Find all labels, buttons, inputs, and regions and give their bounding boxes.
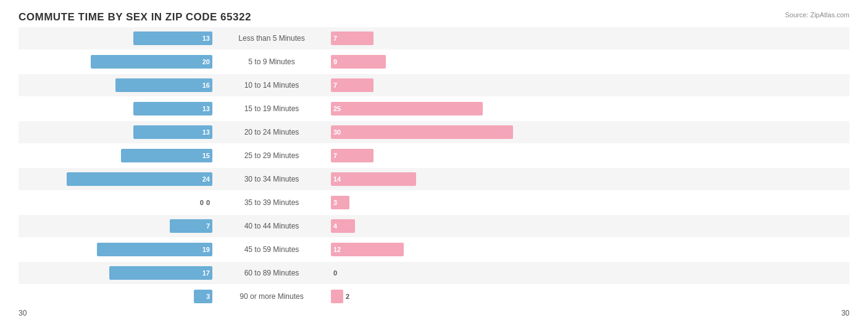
male-bar-wrap: 13 bbox=[19, 102, 212, 115]
female-bar-wrap: 25 bbox=[331, 102, 525, 115]
female-bar: 4 bbox=[331, 219, 355, 233]
row-label: 25 to 29 Minutes bbox=[216, 151, 327, 160]
right-section: 7 bbox=[327, 78, 525, 92]
female-bar-wrap: 9 bbox=[331, 55, 525, 69]
female-bar: 25 bbox=[331, 102, 483, 115]
male-bar-wrap: 13 bbox=[19, 31, 212, 45]
male-value-inside: 15 bbox=[202, 152, 210, 159]
right-section: 14 bbox=[327, 172, 525, 186]
male-bar-wrap: 16 bbox=[19, 78, 212, 92]
female-value-inside: 7 bbox=[333, 82, 337, 89]
male-value-inside: 7 bbox=[206, 222, 210, 230]
left-section: 13 bbox=[19, 31, 216, 45]
male-bar: 19 bbox=[97, 243, 212, 256]
table-row: 19 45 to 59 Minutes 12 bbox=[19, 238, 849, 261]
male-value-zero: 0 bbox=[206, 199, 210, 206]
source-label: Source: ZipAtlas.com bbox=[785, 11, 849, 19]
table-row: 7 40 to 44 Minutes 4 bbox=[19, 215, 849, 237]
left-section: 13 bbox=[19, 125, 216, 139]
male-value-inside: 13 bbox=[202, 35, 210, 42]
male-bar: 24 bbox=[67, 172, 212, 186]
female-bar: 7 bbox=[331, 78, 373, 92]
male-value-inside: 24 bbox=[202, 175, 210, 183]
male-value-inside: 3 bbox=[206, 293, 210, 300]
female-bar-wrap: 7 bbox=[331, 149, 525, 162]
female-value-inside: 12 bbox=[333, 246, 341, 253]
left-section: 3 bbox=[19, 290, 216, 303]
male-bar: 16 bbox=[115, 78, 212, 92]
male-bar-wrap: 13 bbox=[19, 125, 212, 139]
table-row: 13 15 to 19 Minutes 25 bbox=[19, 98, 849, 120]
male-bar-wrap: 24 bbox=[19, 172, 212, 186]
male-bar-wrap: 15 bbox=[19, 149, 212, 162]
left-section: 16 bbox=[19, 78, 216, 92]
right-section: 7 bbox=[327, 149, 525, 162]
table-row: 3 90 or more Minutes 2 bbox=[19, 285, 849, 308]
female-bar-wrap: 7 bbox=[331, 31, 525, 45]
row-label: 90 or more Minutes bbox=[216, 292, 327, 301]
axis-labels: 30 30 bbox=[19, 309, 849, 320]
table-row: 16 10 to 14 Minutes 7 bbox=[19, 74, 849, 96]
male-bar: 17 bbox=[109, 266, 212, 280]
female-value-inside: 7 bbox=[333, 35, 337, 42]
chart-container: COMMUTE TIME BY SEX IN ZIP CODE 65322 So… bbox=[0, 0, 868, 323]
row-label: 10 to 14 Minutes bbox=[216, 81, 327, 90]
table-row: 15 25 to 29 Minutes 7 bbox=[19, 145, 849, 167]
male-bar-wrap: 19 bbox=[19, 243, 212, 256]
female-value-inside: 3 bbox=[333, 199, 337, 206]
table-row: 20 5 to 9 Minutes 9 bbox=[19, 51, 849, 73]
row-label: 20 to 24 Minutes bbox=[216, 128, 327, 136]
row-label: Less than 5 Minutes bbox=[216, 34, 327, 43]
chart-title: COMMUTE TIME BY SEX IN ZIP CODE 65322 bbox=[19, 11, 849, 23]
female-value-inside: 4 bbox=[333, 222, 337, 230]
male-bar-wrap: 20 bbox=[19, 55, 212, 69]
female-value-inside: 9 bbox=[333, 58, 337, 65]
row-label: 35 to 39 Minutes bbox=[216, 198, 327, 207]
left-section: 24 bbox=[19, 172, 216, 186]
row-label: 45 to 59 Minutes bbox=[216, 245, 327, 254]
table-row: 24 30 to 34 Minutes 14 bbox=[19, 168, 849, 190]
female-bar-wrap: 30 bbox=[331, 125, 525, 139]
row-label: 5 to 9 Minutes bbox=[216, 57, 327, 66]
left-section: 20 bbox=[19, 55, 216, 69]
right-section: 12 bbox=[327, 243, 525, 256]
female-bar: 14 bbox=[331, 172, 416, 186]
left-section: 7 bbox=[19, 219, 216, 233]
female-value-outside: 2 bbox=[346, 293, 349, 300]
male-bar-wrap: 0 0 bbox=[19, 199, 212, 206]
female-bar bbox=[331, 290, 343, 303]
female-value-zero: 0 bbox=[333, 269, 337, 277]
row-label: 60 to 89 Minutes bbox=[216, 269, 327, 277]
axis-right: 30 bbox=[841, 309, 849, 317]
female-bar-wrap: 7 bbox=[331, 78, 525, 92]
row-label: 40 to 44 Minutes bbox=[216, 222, 327, 230]
male-bar-wrap: 3 bbox=[19, 290, 212, 303]
row-label: 15 to 19 Minutes bbox=[216, 104, 327, 113]
female-bar-wrap: 4 bbox=[331, 219, 525, 233]
female-bar: 7 bbox=[331, 31, 373, 45]
left-section: 19 bbox=[19, 243, 216, 256]
female-bar-wrap: 0 bbox=[331, 269, 525, 277]
male-value-inside: 13 bbox=[202, 128, 210, 136]
left-section: 15 bbox=[19, 149, 216, 162]
male-bar-wrap: 17 bbox=[19, 266, 212, 280]
male-bar: 13 bbox=[133, 31, 212, 45]
right-section: 7 bbox=[327, 31, 525, 45]
male-bar-wrap: 7 bbox=[19, 219, 212, 233]
male-bar: 13 bbox=[133, 125, 212, 139]
female-bar-wrap: 3 bbox=[331, 196, 525, 209]
female-value-inside: 30 bbox=[333, 128, 341, 136]
female-value-inside: 7 bbox=[333, 152, 337, 159]
male-value-inside: 16 bbox=[202, 82, 210, 89]
right-section: 3 bbox=[327, 196, 525, 209]
left-section: 17 bbox=[19, 266, 216, 280]
male-value-inside: 19 bbox=[202, 246, 210, 253]
right-section: 30 bbox=[327, 125, 525, 139]
right-section: 25 bbox=[327, 102, 525, 115]
male-bar: 15 bbox=[121, 149, 212, 162]
female-bar-wrap: 2 bbox=[331, 290, 525, 303]
male-value-inside: 13 bbox=[202, 105, 210, 112]
male-value-inside: 20 bbox=[202, 58, 210, 65]
table-row: 0 0 35 to 39 Minutes 3 bbox=[19, 191, 849, 214]
male-bar: 3 bbox=[194, 290, 212, 303]
